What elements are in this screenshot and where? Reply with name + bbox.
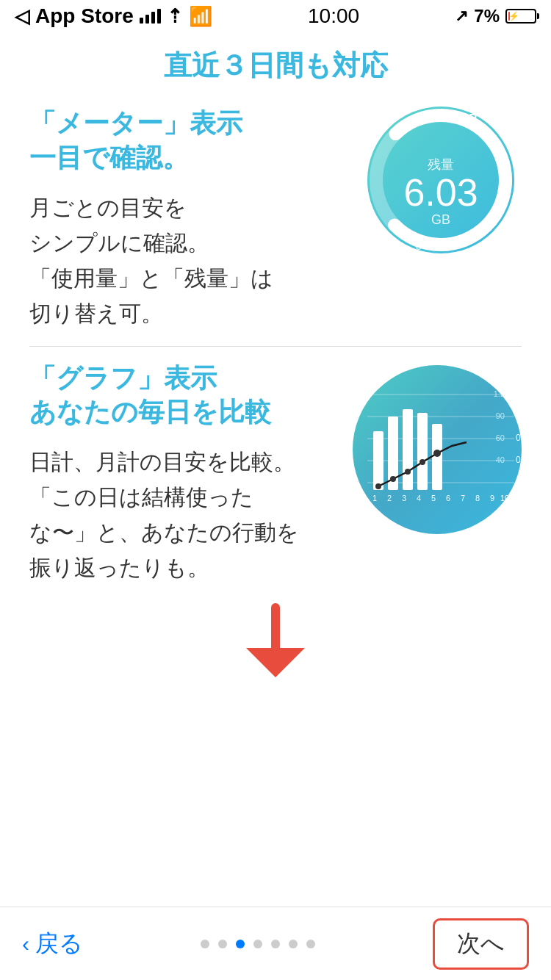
- svg-text:5: 5: [431, 494, 436, 502]
- dot-4: [253, 940, 262, 948]
- svg-point-30: [419, 459, 425, 465]
- svg-text:60: 60: [496, 433, 505, 442]
- dot-6: [289, 940, 298, 948]
- status-right-group: ↗ 7% ⚡: [455, 6, 536, 26]
- svg-text:8: 8: [475, 494, 480, 502]
- svg-text:0: 0: [416, 239, 422, 252]
- dot-2: [218, 940, 227, 948]
- section-graph: 「グラフ」表示あなたの毎日を比較 日計、月計の目安を比較。「この日は結構使ったな…: [29, 361, 522, 586]
- graph-body: 日計、月計の目安を比較。「この日は結構使ったな〜」と、あなたの行動を振り返ったり…: [29, 444, 338, 586]
- main-content: 直近３日間も対応 「メーター」表示一目で確認。 月ごとの目安をシンプルに確認。「…: [0, 32, 551, 907]
- back-button[interactable]: ‹ 戻る: [22, 928, 83, 960]
- svg-rect-24: [403, 409, 413, 490]
- svg-text:0.6: 0.6: [516, 433, 522, 443]
- graph-image: 1.2 0.9 0.6 0.4 1.2 1.2 90 60 40: [353, 361, 522, 534]
- svg-point-31: [433, 450, 441, 457]
- svg-text:6: 6: [446, 494, 450, 502]
- svg-text:4: 4: [417, 494, 421, 502]
- svg-text:1.2: 1.2: [516, 389, 522, 399]
- signal-icon: [140, 9, 161, 24]
- svg-point-29: [405, 469, 411, 475]
- section-meter-text: 「メーター」表示一目で確認。 月ごとの目安をシンプルに確認。「使用量」と「残量」…: [29, 107, 360, 331]
- svg-text:90: 90: [496, 411, 505, 420]
- next-button[interactable]: 次へ: [433, 918, 529, 970]
- status-bar: ◁ App Store ⇡ 📶 10:00 ↗ 7% ⚡: [0, 0, 551, 32]
- dot-7: [306, 940, 315, 948]
- svg-text:2: 2: [387, 494, 392, 502]
- wifi-icon: ⇡: [167, 5, 183, 28]
- dot-3: [236, 940, 245, 948]
- svg-text:6.03: 6.03: [403, 171, 478, 214]
- wifi-symbol: 📶: [189, 5, 212, 28]
- page-title: 直近３日間も対応: [29, 47, 522, 84]
- page-dots: [201, 940, 315, 948]
- location-icon: ↗: [455, 7, 468, 26]
- back-label: 戻る: [35, 928, 83, 960]
- svg-text:9: 9: [490, 494, 494, 502]
- back-chevron: ◁: [15, 5, 29, 28]
- section-graph-text: 「グラフ」表示あなたの毎日を比較 日計、月計の目安を比較。「この日は結構使ったな…: [29, 361, 353, 586]
- svg-text:1: 1: [372, 494, 377, 502]
- meter-heading: 「メーター」表示一目で確認。: [29, 107, 345, 176]
- meter-image: GB 残量 6.03 GB 0: [360, 107, 522, 261]
- svg-text:10: 10: [500, 494, 509, 502]
- svg-text:残量: 残量: [428, 157, 454, 172]
- status-time: 10:00: [308, 4, 359, 28]
- svg-text:1.2: 1.2: [516, 477, 522, 487]
- svg-point-27: [375, 483, 381, 489]
- dot-1: [201, 940, 209, 948]
- bottom-bar: ‹ 戻る 次へ: [0, 907, 551, 980]
- meter-svg: GB 残量 6.03 GB 0: [360, 99, 522, 261]
- graph-svg: 1.2 0.9 0.6 0.4 1.2 1.2 90 60 40: [353, 365, 522, 534]
- back-chevron-icon: ‹: [22, 932, 29, 956]
- svg-text:GB: GB: [460, 112, 478, 125]
- svg-text:11: 11: [512, 494, 521, 502]
- dot-5: [271, 940, 280, 948]
- svg-text:GB: GB: [431, 212, 450, 227]
- section-meter: 「メーター」表示一目で確認。 月ごとの目安をシンプルに確認。「使用量」と「残量」…: [29, 107, 522, 331]
- svg-text:7: 7: [461, 494, 465, 502]
- battery-icon: ⚡: [505, 9, 536, 24]
- svg-text:0.4: 0.4: [516, 455, 522, 465]
- svg-text:1.2: 1.2: [494, 389, 505, 398]
- svg-rect-22: [373, 431, 383, 490]
- svg-text:3: 3: [402, 494, 406, 502]
- svg-text:40: 40: [496, 455, 505, 464]
- svg-rect-25: [417, 413, 428, 490]
- arrow-down-icon: [231, 600, 320, 688]
- arrow-container: [29, 600, 522, 688]
- svg-text:0.9: 0.9: [516, 411, 522, 421]
- status-carrier: ◁ App Store ⇡ 📶: [15, 4, 212, 28]
- section-divider: [29, 346, 522, 347]
- svg-point-28: [390, 476, 396, 482]
- meter-body: 月ごとの目安をシンプルに確認。「使用量」と「残量」は切り替え可。: [29, 190, 345, 331]
- graph-heading: 「グラフ」表示あなたの毎日を比較: [29, 361, 338, 430]
- battery-percent: 7%: [474, 6, 500, 26]
